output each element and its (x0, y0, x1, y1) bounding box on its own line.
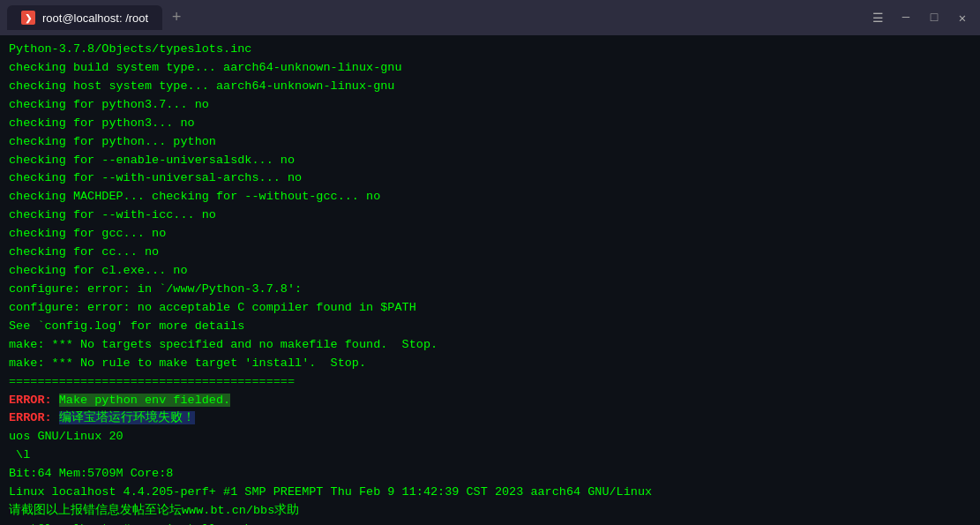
window-controls: ☰ ─ □ ✕ (867, 7, 973, 28)
terminal-line: checking host system type... aarch64-unk… (9, 78, 971, 96)
error-message-2: 编译宝塔运行环境失败！ (59, 411, 195, 424)
terminal-line: root@localhost:~# yum install cmake gcc … (9, 521, 971, 525)
terminal-line: checking MACHDEP... checking for --witho… (9, 188, 971, 206)
terminal-line: ======================================== (9, 373, 971, 392)
terminal-line: Python-3.7.8/Objects/typeslots.inc (9, 41, 971, 59)
terminal-line: make: *** No rule to make target 'instal… (9, 355, 971, 373)
terminal-line: checking for cc... no (9, 244, 971, 262)
minimize-button[interactable]: ─ (895, 7, 916, 28)
terminal-line: checking for cl.exe... no (9, 262, 971, 281)
terminal-line: checking for --with-icc... no (9, 206, 971, 225)
titlebar: ❯ root@localhost: /root + ☰ ─ □ ✕ (0, 0, 980, 35)
terminal-line: checking for python3... no (9, 115, 971, 133)
terminal-line: checking for python... python (9, 133, 971, 152)
menu-button[interactable]: ☰ (867, 7, 888, 28)
terminal-line: See `config.log' for more details (9, 318, 971, 336)
error-label: ERROR: (9, 394, 59, 407)
terminal-line: checking for --enable-universalsdk... no (9, 152, 971, 170)
terminal-line: checking build system type... aarch64-un… (9, 59, 971, 78)
terminal-line: configure: error: no acceptable C compil… (9, 299, 971, 318)
terminal-line: \l (9, 446, 971, 465)
terminal-line: ERROR: 编译宝塔运行环境失败！ (9, 409, 971, 428)
add-tab-button[interactable]: + (166, 7, 187, 28)
terminal-body[interactable]: Python-3.7.8/Objects/typeslots.incchecki… (0, 35, 980, 525)
terminal-line: uos GNU/Linux 20 (9, 428, 971, 446)
maximize-button[interactable]: □ (924, 7, 945, 28)
terminal-line: checking for python3.7... no (9, 96, 971, 115)
terminal-line: configure: error: in `/www/Python-3.7.8'… (9, 281, 971, 299)
terminal-tab-icon: ❯ (21, 11, 35, 25)
terminal-window: ❯ root@localhost: /root + ☰ ─ □ ✕ Python… (0, 0, 980, 525)
error-label-2: ERROR: (9, 411, 59, 424)
terminal-tab[interactable]: ❯ root@localhost: /root (7, 5, 162, 30)
error-message: Make python env fielded. (59, 394, 230, 407)
terminal-line: Linux localhost 4.4.205-perf+ #1 SMP PRE… (9, 484, 971, 502)
terminal-line: ERROR: Make python env fielded. (9, 392, 971, 410)
terminal-line: Bit:64 Mem:5709M Core:8 (9, 465, 971, 484)
terminal-line: checking for --with-universal-archs... n… (9, 169, 971, 188)
tab-title: root@localhost: /root (42, 11, 148, 25)
terminal-line: make: *** No targets specified and no ma… (9, 336, 971, 355)
terminal-line: checking for gcc... no (9, 225, 971, 244)
close-button[interactable]: ✕ (952, 7, 973, 28)
terminal-line: 请截图以上报错信息发帖至论坛www.bt.cn/bbs求助 (9, 502, 971, 521)
